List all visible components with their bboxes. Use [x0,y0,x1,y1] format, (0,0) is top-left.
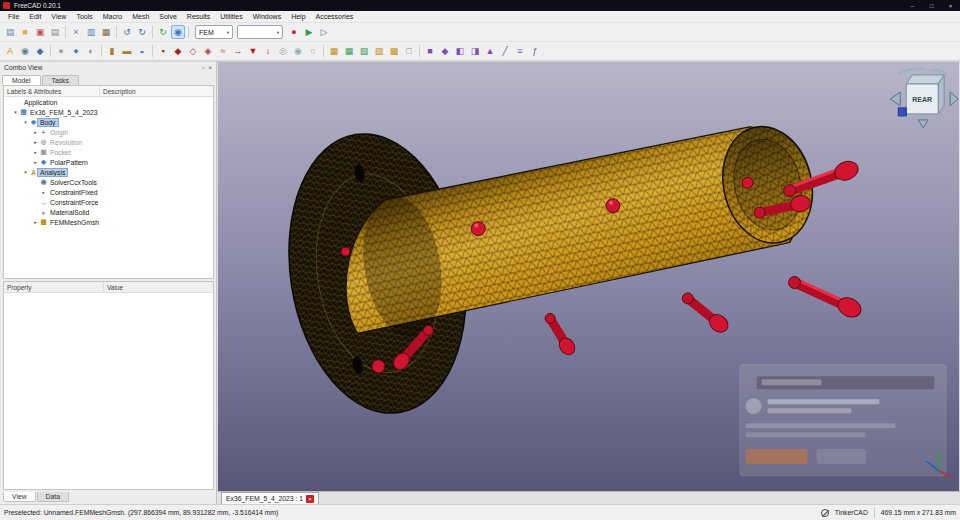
fem-mesh-region-icon[interactable]: ▨ [372,44,386,58]
tab-model[interactable]: Model [2,75,41,85]
tree-item-label: FEMMeshGmsh [48,219,101,226]
undo-icon[interactable]: ↺ [120,25,134,39]
fem-constraint-self-weight-icon[interactable]: ↓ [261,44,275,58]
document-tab[interactable]: Ex36_FEM_5_4_2023 : 1 × [221,492,319,504]
minimize-button[interactable]: – [903,0,922,11]
fem-solver-ccxtools-icon[interactable]: ◉ [18,44,32,58]
tree-item[interactable]: ▪ ConstraintFixed [4,187,213,197]
box-zoom-icon[interactable]: ◉ [171,25,185,39]
fem-constraint-spring-icon[interactable]: ≈ [216,44,230,58]
fem-mesh-boundary-layer-icon[interactable]: ▧ [357,44,371,58]
tree-expander-icon[interactable]: ▾ [22,169,29,175]
menu-item[interactable]: Mesh [127,13,154,20]
fem-beam-section-icon[interactable]: ▮ [105,44,119,58]
tree-item-label: Pocket [48,149,73,156]
close-document-icon[interactable]: × [306,495,314,503]
menu-item[interactable]: Edit [24,13,46,20]
fem-constraint-fixed-icon[interactable]: ▪ [156,44,170,58]
tree-item[interactable]: ◉ SolverCcxTools [4,177,213,187]
menu-item[interactable]: Tools [71,13,97,20]
tree-item[interactable]: ▸ + Origin [4,127,213,137]
fem-material-solid-icon[interactable]: ● [54,44,68,58]
maximize-button[interactable]: □ [922,0,941,11]
fem-mesh-gmsh-icon[interactable]: ▦ [327,44,341,58]
menu-item[interactable]: Results [182,13,215,20]
navigation-style-label[interactable]: TinkerCAD [835,509,868,516]
menu-item[interactable]: Windows [248,13,286,20]
tree-expander-icon[interactable]: ▸ [32,219,39,225]
workbench-selector[interactable]: FEM ▾ [195,25,233,39]
tree-item[interactable]: ● MaterialSolid [4,207,213,217]
tab-tasks[interactable]: Tasks [42,75,79,85]
fem-constraint-force-icon[interactable]: → [231,44,245,58]
refresh-icon[interactable]: ↻ [156,25,170,39]
tree-item[interactable]: ▾ ◆ Body [4,117,213,127]
fem-solver-elmer-icon[interactable]: ◆ [33,44,47,58]
tab-data[interactable]: Data [37,492,69,502]
cut-icon[interactable]: × [69,25,83,39]
tree-expander-icon[interactable]: ▸ [32,129,39,135]
fem-constraint-bearing-icon[interactable]: ◎ [276,44,290,58]
tree-item[interactable]: ▸ ▣ Pocket [4,147,213,157]
float-panel-icon[interactable]: ▫ [202,64,204,71]
redo-icon[interactable]: ↻ [135,25,149,39]
macro-play-icon[interactable]: ▶ [302,25,316,39]
file-new-icon[interactable]: ▤ [3,25,17,39]
menu-item[interactable]: File [3,13,24,20]
fem-constraint-contact-icon[interactable]: ◇ [186,44,200,58]
file-save-icon[interactable]: ▣ [33,25,47,39]
fem-post-cut-function-icon[interactable]: ▲ [483,44,497,58]
fem-post-warp-icon[interactable]: ◆ [438,44,452,58]
menu-item[interactable]: View [46,13,71,20]
fem-post-pipeline-icon[interactable]: ■ [423,44,437,58]
fem-post-filter-functions-icon[interactable]: ƒ [528,44,542,58]
fem-mesh-group-icon[interactable]: ▩ [387,44,401,58]
tree-expander-icon[interactable]: ▾ [12,109,19,115]
tree-item[interactable]: ▸ ◎ Revolution [4,137,213,147]
fem-constraint-displacement-icon[interactable]: ◆ [171,44,185,58]
tree-expander-icon[interactable]: ▾ [22,119,29,125]
fem-constraint-pulley-icon[interactable]: ○ [306,44,320,58]
fem-post-linearized-stress-icon[interactable]: ≡ [513,44,527,58]
fem-constraint-tie-icon[interactable]: ◈ [201,44,215,58]
navigation-style-icon[interactable] [821,509,829,517]
close-panel-icon[interactable]: × [208,64,212,71]
fem-material-editor-icon[interactable]: ◐ [84,44,98,58]
fem-post-clip-icon[interactable]: ◧ [453,44,467,58]
menu-item[interactable]: Utilities [215,13,248,20]
tree-item-label: ConstraintForce [48,199,100,206]
macro-selector[interactable]: ▾ [237,25,283,39]
close-button[interactable]: × [941,0,960,11]
menu-item[interactable]: Macro [98,13,127,20]
fem-mesh-clear-icon[interactable]: □ [402,44,416,58]
menu-item[interactable]: Solve [154,13,182,20]
menu-item[interactable]: Accessories [311,13,359,20]
print-icon[interactable]: ▤ [48,25,62,39]
file-open-icon[interactable]: ■ [18,25,32,39]
tree-expander-icon[interactable]: ▸ [32,139,39,145]
fem-material-fluid-icon[interactable]: ● [69,44,83,58]
tree-expander-icon[interactable]: ▸ [32,159,39,165]
fem-constraint-gear-icon[interactable]: ◉ [291,44,305,58]
fem-analysis-icon[interactable]: A [3,44,17,58]
tree-item[interactable]: ▾ ▤ Ex36_FEM_5_4_2023 [4,107,213,117]
tree-item[interactable]: → ConstraintForce [4,197,213,207]
fem-constraint-pressure-icon[interactable]: ▼ [246,44,260,58]
fem-post-scalar-clip-icon[interactable]: ◨ [468,44,482,58]
tree-expander-icon[interactable]: ▸ [32,149,39,155]
macro-record-icon[interactable]: ● [287,25,301,39]
tab-view[interactable]: View [3,492,36,502]
menu-item[interactable]: Help [286,13,310,20]
tree-item[interactable]: Application [4,97,213,107]
fem-post-data-along-line-icon[interactable]: ╱ [498,44,512,58]
fem-shell-thickness-icon[interactable]: ▬ [120,44,134,58]
fem-mesh-netgen-icon[interactable]: ▦ [342,44,356,58]
macro-debug-icon[interactable]: ▷ [317,25,331,39]
copy-icon[interactable]: ▥ [84,25,98,39]
fem-fluid-section-icon[interactable]: ◒ [135,44,149,58]
3d-viewport[interactable]: REAR [217,61,960,491]
tree-item[interactable]: ▾ A Analysis [4,167,213,177]
tree-item[interactable]: ▸ ▦ FEMMeshGmsh [4,217,213,227]
tree-item[interactable]: ▸ ◈ PolarPattern [4,157,213,167]
paste-icon[interactable]: ▦ [99,25,113,39]
